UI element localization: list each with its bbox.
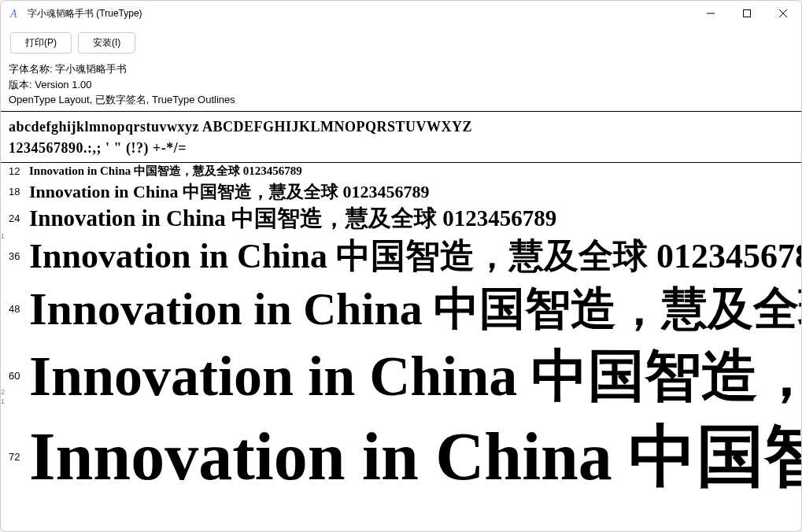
- font-preview-window: A 字小魂韬略手书 (TrueType) 打印(P) 安装(I) 字体名称: 字…: [0, 0, 802, 532]
- sample-text: Innovation in China 中国智造，慧及全球 0123456789: [29, 413, 801, 501]
- sample-row: 48Innovation in China 中国智造，慧及全球 01234567…: [1, 279, 801, 339]
- sample-text: Innovation in China 中国智造，慧及全球 0123456789: [29, 339, 801, 413]
- sample-row: 24Innovation in China 中国智造，慧及全球 01234567…: [1, 204, 801, 234]
- content-area: 字体名称: 字小魂韬略手书 版本: Version 1.00 OpenType …: [1, 60, 801, 531]
- svg-text:A: A: [9, 8, 17, 20]
- glyph-panel: abcdefghijklmnopqrstuvwxyz ABCDEFGHIJKLM…: [1, 112, 801, 163]
- size-label: 12: [9, 165, 29, 177]
- glyphs-numeric: 1234567890.:,; ' " (!?) +-*/=: [9, 138, 793, 159]
- sample-row: 72Innovation in China 中国智造，慧及全球 01234567…: [1, 413, 801, 501]
- sample-text: Innovation in China 中国智造，慧及全球 0123456789: [29, 204, 556, 234]
- window-controls: [693, 1, 801, 26]
- install-button[interactable]: 安装(I): [78, 32, 135, 54]
- size-label: 48: [9, 303, 29, 315]
- sample-row: 60Innovation in China 中国智造，慧及全球 01234567…: [1, 339, 801, 413]
- font-version-row: 版本: Version 1.00: [9, 77, 793, 93]
- minimize-button[interactable]: [693, 1, 729, 26]
- sample-text: Innovation in China 中国智造，慧及全球 0123456789: [29, 234, 801, 279]
- sample-row: 18Innovation in China 中国智造，慧及全球 01234567…: [1, 180, 801, 204]
- font-features-row: OpenType Layout, 已数字签名, TrueType Outline…: [9, 92, 793, 108]
- size-label: 18: [9, 186, 29, 198]
- size-label: 24: [9, 212, 29, 224]
- size-label: 36: [9, 250, 29, 262]
- font-metadata: 字体名称: 字小魂韬略手书 版本: Version 1.00 OpenType …: [1, 60, 801, 112]
- svg-rect-2: [744, 10, 751, 17]
- window-title: 字小魂韬略手书 (TrueType): [28, 7, 693, 20]
- toolbar: 打印(P) 安装(I): [1, 26, 801, 60]
- app-icon: A: [9, 7, 21, 20]
- print-button[interactable]: 打印(P): [10, 32, 72, 54]
- size-label: 72: [9, 451, 29, 463]
- sample-row: 12Innovation in China 中国智造，慧及全球 01234567…: [1, 163, 801, 180]
- font-name-row: 字体名称: 字小魂韬略手书: [9, 61, 793, 77]
- sample-text: Innovation in China 中国智造，慧及全球 0123456789: [29, 279, 801, 339]
- glyphs-alpha: abcdefghijklmnopqrstuvwxyz ABCDEFGHIJKLM…: [9, 116, 793, 138]
- titlebar: A 字小魂韬略手书 (TrueType): [1, 1, 801, 26]
- sample-text: Innovation in China 中国智造，慧及全球 0123456789: [29, 180, 430, 204]
- size-label: 60: [9, 370, 29, 382]
- sample-text: Innovation in China 中国智造，慧及全球 0123456789: [29, 164, 302, 179]
- maximize-button[interactable]: [729, 1, 765, 26]
- close-button[interactable]: [765, 1, 801, 26]
- sample-list: 12Innovation in China 中国智造，慧及全球 01234567…: [1, 163, 801, 501]
- sample-row: 36Innovation in China 中国智造，慧及全球 01234567…: [1, 234, 801, 279]
